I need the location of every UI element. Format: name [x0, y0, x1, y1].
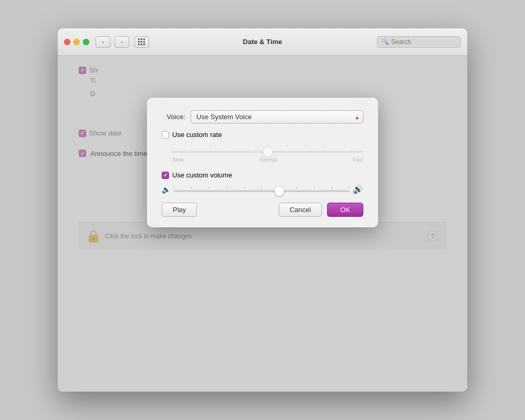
modal-buttons: Play Cancel OK — [162, 203, 363, 217]
close-button[interactable] — [64, 39, 70, 45]
volume-ticks — [174, 186, 350, 189]
rate-slider-labels: Slow Normal Fast — [172, 157, 363, 163]
rate-fast-label: Fast — [353, 157, 363, 163]
traffic-lights — [64, 39, 89, 45]
custom-rate-checkbox[interactable] — [162, 131, 169, 139]
search-box: 🔍 — [377, 36, 461, 48]
titlebar: ‹ › Date & Time 🔍 — [58, 28, 467, 56]
volume-slider-thumb[interactable] — [275, 186, 284, 196]
back-button[interactable]: ‹ — [96, 36, 110, 48]
back-icon: ‹ — [102, 39, 104, 45]
volume-slider-section: 🔈 🔊 — [162, 184, 363, 194]
window-title: Date & Time — [243, 38, 282, 46]
voice-modal: Voice: Use System Voice Alex Samantha Vi… — [147, 98, 378, 227]
volume-row: 🔈 🔊 — [162, 184, 363, 194]
rate-normal-label: Normal — [260, 157, 277, 163]
volume-slider-wrapper — [174, 186, 350, 192]
custom-volume-row: Use custom volume — [162, 171, 363, 179]
rate-slider-ticks — [172, 144, 363, 146]
minimize-button[interactable] — [74, 39, 80, 45]
voice-label: Voice: — [162, 113, 185, 121]
ok-button[interactable]: OK — [327, 203, 363, 217]
forward-icon: › — [121, 39, 123, 45]
cancel-button[interactable]: Cancel — [279, 203, 322, 217]
voice-row: Voice: Use System Voice Alex Samantha Vi… — [162, 110, 363, 123]
search-input[interactable] — [391, 38, 456, 46]
custom-volume-checkbox[interactable] — [162, 172, 169, 179]
custom-rate-row: Use custom rate — [162, 131, 363, 139]
forward-button[interactable]: › — [114, 36, 129, 48]
grid-icon — [138, 38, 145, 46]
main-window: ‹ › Date & Time 🔍 Sh — [58, 28, 467, 392]
voice-select-wrapper: Use System Voice Alex Samantha Victoria … — [191, 110, 363, 123]
volume-low-icon: 🔈 — [162, 185, 171, 194]
content-area: Sh Ti D Show date — [58, 56, 467, 392]
rate-slider-section: Slow Normal Fast — [162, 144, 363, 163]
custom-rate-label: Use custom rate — [172, 131, 222, 139]
volume-high-icon: 🔊 — [353, 184, 363, 194]
rate-slider-track[interactable] — [172, 151, 363, 153]
play-button[interactable]: Play — [162, 203, 197, 217]
search-icon: 🔍 — [382, 38, 389, 45]
volume-slider-track[interactable] — [174, 190, 350, 192]
voice-select[interactable]: Use System Voice Alex Samantha Victoria — [191, 110, 363, 123]
maximize-button[interactable] — [83, 39, 89, 45]
rate-slider-thumb[interactable] — [263, 147, 272, 156]
rate-slider-container: Slow Normal Fast — [172, 144, 363, 163]
custom-volume-label: Use custom volume — [172, 171, 232, 179]
grid-button[interactable] — [134, 36, 149, 48]
rate-slow-label: Slow — [172, 157, 184, 163]
